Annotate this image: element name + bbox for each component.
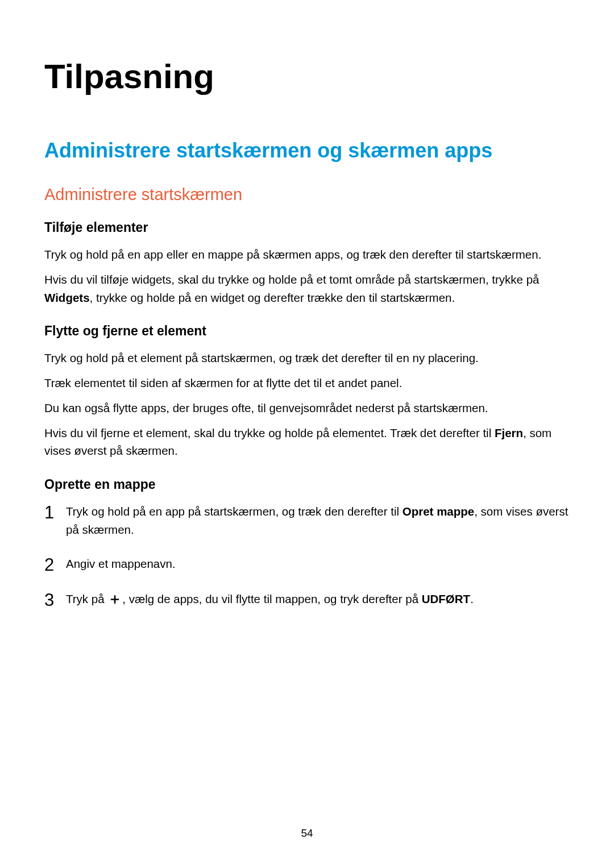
step-number: 1 (44, 499, 54, 526)
main-title: Tilpasning (44, 57, 570, 96)
step-3: 3 Tryk på ＋, vælg de apps, du vil flytte… (44, 590, 570, 609)
text-fragment: Hvis du vil tilføje widgets, skal du try… (44, 273, 539, 286)
flytte-p4: Hvis du vil fjerne et element, skal du t… (44, 424, 570, 460)
step-1: 1 Tryk og hold på en app på startskærmen… (44, 502, 570, 539)
page-content: Tilpasning Administrere startskærmen og … (0, 0, 614, 609)
bold-udfort: UDFØRT (422, 592, 470, 605)
step-number: 2 (44, 551, 54, 579)
heading-tilfoje: Tilføje elementer (44, 220, 570, 235)
section-title: Administrere startskærmen og skærmen app… (44, 139, 570, 163)
heading-flytte: Flytte og fjerne et element (44, 323, 570, 339)
flytte-p2: Træk elementet til siden af skærmen for … (44, 374, 570, 392)
text-fragment: Tryk og hold på en app på startskærmen, … (66, 505, 403, 518)
bold-widgets: Widgets (44, 291, 90, 304)
subsection-title: Administrere startskærmen (44, 185, 570, 204)
flytte-p1: Tryk og hold på et element på startskærm… (44, 349, 570, 367)
tilfoje-p2: Hvis du vil tilføje widgets, skal du try… (44, 271, 570, 307)
steps-list: 1 Tryk og hold på en app på startskærmen… (44, 502, 570, 609)
step-2: 2 Angiv et mappenavn. (44, 555, 570, 574)
plus-icon: ＋ (107, 593, 122, 605)
text-fragment: , trykke og holde på en widget og dereft… (90, 291, 455, 304)
text-fragment: . (470, 592, 474, 605)
tilfoje-p1: Tryk og hold på en app eller en mappe på… (44, 246, 570, 264)
bold-fjern: Fjern (495, 426, 523, 439)
text-fragment: Angiv et mappenavn. (66, 557, 176, 570)
page-number: 54 (0, 827, 614, 840)
text-fragment: Hvis du vil fjerne et element, skal du t… (44, 426, 495, 439)
text-fragment: Tryk på (66, 592, 107, 605)
flytte-p3: Du kan også flytte apps, der bruges ofte… (44, 399, 570, 417)
bold-opret-mappe: Opret mappe (403, 505, 474, 518)
heading-oprette: Oprette en mappe (44, 477, 570, 492)
text-fragment: , vælg de apps, du vil flytte til mappen… (122, 592, 421, 605)
step-number: 3 (44, 587, 54, 614)
